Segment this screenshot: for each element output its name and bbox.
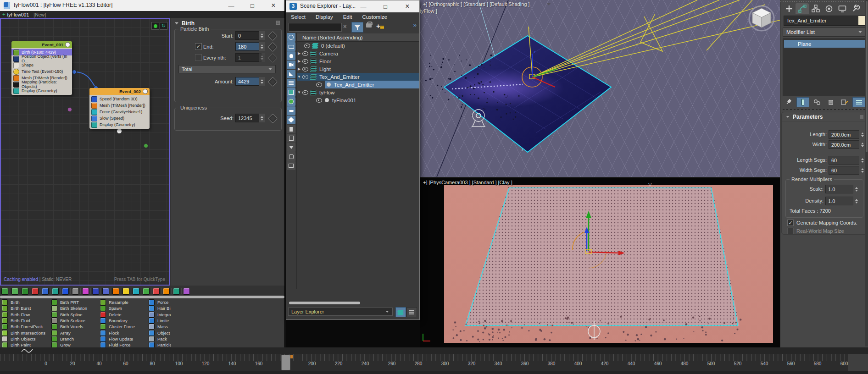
eye-icon[interactable] [302, 51, 308, 56]
filter-page-button[interactable] [287, 125, 295, 133]
depot-item[interactable]: Branch [51, 336, 99, 342]
explorer-mode-dropdown[interactable]: Layer Explorer [288, 308, 393, 316]
scene-explorer-mode-button[interactable] [406, 307, 417, 317]
pin-stack-button[interactable] [783, 98, 795, 107]
start-field[interactable]: 0 [235, 31, 262, 40]
event-001-node[interactable]: Event_001 Birth (0-180: 4429) Position O… [11, 41, 72, 95]
configure-modifier-sets-button[interactable] [839, 98, 851, 107]
depot-item[interactable]: Birth [2, 299, 50, 305]
depot-scrollbar[interactable] [0, 296, 284, 298]
explorer-h-scrollbar[interactable] [288, 301, 419, 305]
op-mapping[interactable]: Mapping (Particles: Objects) [11, 81, 72, 88]
depot-item[interactable]: Boundary [100, 318, 148, 324]
width-segs-field[interactable]: 60 [829, 166, 861, 175]
length-segs-spinner[interactable] [859, 156, 865, 165]
op-shape[interactable]: Shape [11, 62, 72, 68]
depot-item[interactable]: Pack [149, 336, 171, 342]
tab-display[interactable] [835, 3, 849, 14]
modifier-stack[interactable]: Plane [783, 38, 867, 96]
rollout-collapse-icon[interactable] [175, 22, 178, 25]
tree-row-tex-and-emitter-layer[interactable]: ▼ Tex_And_Emitter [297, 73, 419, 81]
close-icon[interactable]: × [398, 1, 417, 11]
menu-select[interactable]: Select [291, 14, 306, 20]
panel-drag-handle[interactable] [780, 0, 868, 3]
op-time-test[interactable]: Time Test (Event>150) [11, 68, 72, 75]
eye-icon[interactable] [316, 98, 322, 103]
panel-scrollbar[interactable] [865, 0, 868, 346]
operator-toolbar-icon[interactable] [82, 288, 89, 295]
filter-note-button[interactable] [287, 134, 295, 143]
remove-modifier-button[interactable] [825, 98, 837, 107]
every-nth-checkbox[interactable] [195, 54, 202, 61]
operator-toolbar-icon[interactable] [1, 288, 8, 295]
every-nth-field[interactable]: 1 [235, 53, 262, 62]
lightbulb-icon[interactable] [143, 89, 148, 94]
depot-item[interactable]: Birth Intersections [2, 330, 50, 336]
tree-row-tyflow001-object[interactable]: tyFlow001 [297, 96, 419, 104]
panel-grid-icon[interactable] [276, 21, 280, 25]
depot-item[interactable]: Birth Spline [51, 312, 99, 318]
depot-item[interactable]: Birth Objects [2, 336, 50, 342]
rollout-pin-icon[interactable] [860, 115, 863, 119]
depot-item[interactable]: Spawn [100, 305, 148, 311]
depot-item[interactable]: Birth Voxels [51, 324, 99, 330]
viewport-physcamera[interactable]: +] [PhysCamera003 ] [Standard ] [Clay ] … [420, 178, 780, 347]
menu-display[interactable]: Display [316, 14, 333, 20]
clear-search-icon[interactable]: × [343, 23, 347, 30]
seed-field[interactable]: 12345 [235, 114, 262, 122]
depot-item[interactable]: Fluid Force [100, 342, 148, 347]
depot-item[interactable]: Flock [100, 330, 148, 336]
operator-toolbar-icon[interactable] [183, 288, 190, 295]
seed-keyframe-icon[interactable] [268, 114, 278, 123]
tab-create[interactable] [782, 3, 796, 14]
eye-icon[interactable] [302, 59, 308, 64]
depot-item[interactable]: Integra [149, 312, 171, 318]
depot-item[interactable]: Birth PRT [51, 299, 99, 305]
amount-keyframe-icon[interactable] [268, 77, 278, 87]
lightbulb-icon[interactable] [65, 42, 70, 47]
real-world-map-size-checkbox[interactable] [787, 228, 794, 234]
start-spinner[interactable] [259, 31, 265, 40]
density-spinner[interactable] [853, 197, 859, 205]
menu-edit[interactable]: Edit [343, 14, 352, 20]
modifier-list-dropdown[interactable]: Modifier List [783, 28, 866, 37]
filter-materials-button[interactable] [287, 116, 295, 124]
operator-toolbar-icon[interactable] [72, 288, 79, 295]
close-icon[interactable]: × [264, 0, 283, 11]
filter-spacewarps-button[interactable] [287, 79, 295, 88]
operator-toolbar-icon[interactable] [22, 288, 28, 295]
menu-customize[interactable]: Customize [362, 14, 387, 20]
filter-geometry-button[interactable] [287, 33, 295, 42]
scale-field[interactable]: 1.0 [825, 185, 855, 193]
expand-icon[interactable]: ▶ [297, 67, 301, 71]
operator-toolbar-icon[interactable] [92, 288, 99, 295]
depot-item[interactable]: Birth Flow [2, 312, 50, 318]
depot-item[interactable]: Birth ForestPack [2, 324, 50, 330]
viewport-divider[interactable] [420, 177, 780, 178]
tree-row-camera[interactable]: ▶ Camera [297, 50, 419, 57]
density-field[interactable]: 1.0 [825, 197, 855, 205]
operator-toolbar[interactable] [0, 287, 284, 295]
tab-tyflow001[interactable]: tyFlow001 [7, 12, 29, 17]
name-column-header[interactable]: Name (Sorted Ascending) [297, 33, 419, 42]
end-checkbox[interactable]: ✓ [195, 43, 202, 50]
tyflow-titlebar[interactable]: tyFlow001 : [tyFlow FREE v1.133 Editor] … [0, 0, 284, 11]
depot-item[interactable]: Birth Paint [2, 342, 50, 347]
operator-toolbar-icon[interactable] [163, 288, 170, 295]
expand-icon[interactable]: ▶ [297, 59, 301, 63]
filter-box-button[interactable] [287, 161, 295, 170]
filter-misc-button[interactable] [287, 152, 295, 161]
filter-bones-button[interactable] [287, 106, 295, 115]
show-end-result-button[interactable] [796, 97, 809, 107]
depot-item[interactable]: Birth Fluid [2, 318, 50, 324]
depot-item[interactable]: Mass [149, 324, 171, 330]
time-slider-handle[interactable] [281, 355, 290, 370]
seed-spinner[interactable] [259, 114, 265, 122]
expand-icon[interactable]: ▼ [297, 75, 301, 79]
op-mesh[interactable]: Mesh (TriMesh [Render]) [89, 102, 150, 109]
tab-new[interactable]: [New] [33, 12, 46, 17]
every-nth-spinner[interactable] [259, 53, 265, 62]
operator-toolbar-icon[interactable] [122, 288, 129, 295]
depot-item[interactable]: Birth Burst [2, 305, 50, 311]
parameters-header[interactable]: Parameters [782, 112, 867, 121]
